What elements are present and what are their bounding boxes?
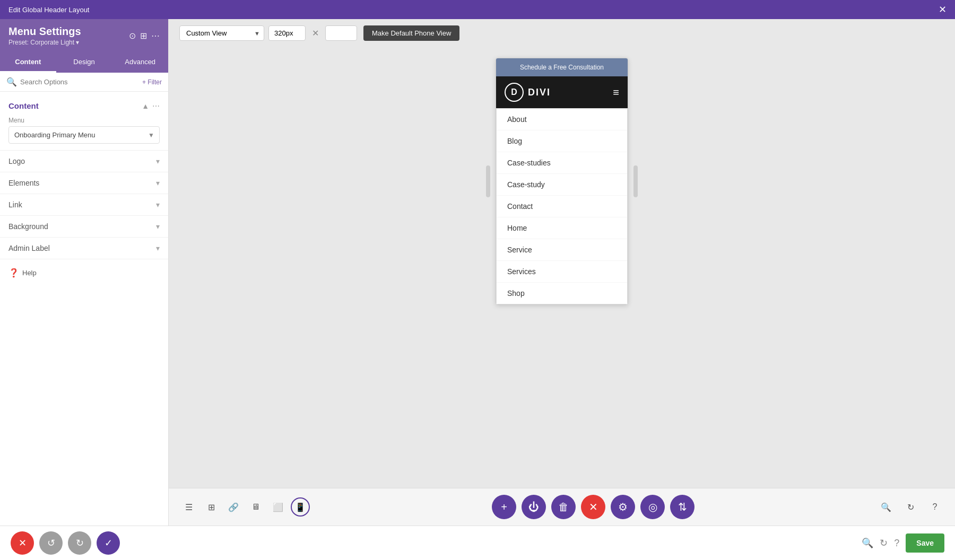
- window-title: Edit Global Header Layout: [8, 6, 89, 14]
- view-select-wrap: Custom View Desktop View Tablet View Pho…: [179, 25, 264, 41]
- menu-item-blog[interactable]: Blog: [497, 130, 627, 152]
- power-button[interactable]: ⏻: [522, 495, 546, 519]
- accordion-logo-label: Logo: [8, 157, 25, 165]
- menu-field: Menu Onboarding Primary Menu ▼: [0, 113, 168, 150]
- clear-size-button[interactable]: ✕: [310, 26, 321, 40]
- phone-frame: Schedule a Free Consultation D DIVI ≡: [496, 58, 628, 305]
- action-search-icon[interactable]: 🔍: [862, 537, 873, 549]
- content-section-header: Content ▲ ⋯: [0, 96, 168, 113]
- help-section[interactable]: ❓ Help: [0, 259, 168, 286]
- sidebar-search-bar: 🔍 + Filter: [0, 73, 168, 92]
- cancel-button[interactable]: ✕: [11, 531, 34, 555]
- search-bottom-button[interactable]: 🔍: [876, 497, 896, 517]
- preview-canvas: Schedule a Free Consultation D DIVI ≡: [169, 47, 955, 488]
- extra-input[interactable]: [325, 25, 357, 41]
- make-default-button[interactable]: Make Default Phone View: [363, 25, 459, 41]
- menu-item-service[interactable]: Service: [497, 239, 627, 261]
- accordion-background[interactable]: Background ▾: [0, 215, 168, 237]
- chevron-down-icon: ▾: [156, 244, 160, 252]
- action-help-icon[interactable]: ?: [894, 538, 899, 549]
- menu-label: Menu: [8, 117, 160, 124]
- adjust-button[interactable]: ⇅: [670, 495, 694, 519]
- action-refresh-icon[interactable]: ↻: [880, 537, 888, 549]
- sidebar-header: Menu Settings Preset: Corporate Light ▾ …: [0, 19, 168, 52]
- settings-button[interactable]: ⚙: [611, 495, 635, 519]
- dots-icon[interactable]: ⋯: [152, 102, 160, 110]
- chevron-down-icon: ▾: [156, 179, 160, 187]
- help-icon: ❓: [8, 268, 19, 278]
- circle-button[interactable]: ◎: [640, 495, 665, 519]
- header-bar: D DIVI ≡: [496, 76, 628, 108]
- more-icon[interactable]: ⋯: [151, 31, 160, 41]
- accordion-link[interactable]: Link ▾: [0, 194, 168, 215]
- menu-select[interactable]: Onboarding Primary Menu: [8, 126, 160, 144]
- chevron-down-icon: ▾: [156, 200, 160, 209]
- sidebar-preset[interactable]: Preset: Corporate Light ▾: [8, 39, 81, 46]
- list-view-button[interactable]: ☰: [179, 497, 198, 517]
- close-button[interactable]: ✕: [939, 4, 947, 15]
- refresh-button[interactable]: ↻: [901, 497, 920, 517]
- phone-view-button[interactable]: 📱: [291, 497, 310, 517]
- hamburger-icon[interactable]: ≡: [613, 86, 619, 99]
- check-button[interactable]: ✓: [97, 531, 120, 555]
- dropdown-menu: About Blog Case-studies Case-study Conta…: [496, 108, 628, 304]
- bottom-action-bar: ✕ ↺ ↻ ✓ 🔍 ↻ ? Save: [0, 526, 955, 560]
- logo-icon: D: [505, 83, 524, 102]
- menu-item-shop[interactable]: Shop: [497, 283, 627, 304]
- menu-item-services[interactable]: Services: [497, 261, 627, 283]
- menu-item-home[interactable]: Home: [497, 217, 627, 239]
- search-input[interactable]: [20, 78, 139, 86]
- columns-icon[interactable]: ⊞: [140, 31, 147, 41]
- help-bottom-button[interactable]: ?: [925, 497, 944, 517]
- action-right-icons: 🔍 ↻ ? Save: [862, 533, 944, 553]
- filter-button[interactable]: + Filter: [142, 78, 162, 86]
- content-section-title: Content: [8, 101, 39, 110]
- chevron-down-icon: ▾: [156, 222, 160, 231]
- size-input[interactable]: [268, 25, 306, 41]
- action-left-buttons: ✕ ↺ ↻ ✓: [11, 531, 120, 555]
- grid-view-button[interactable]: ⊞: [202, 497, 221, 517]
- search-icon: 🔍: [6, 77, 17, 87]
- bottom-center-tools: + ⏻ 🗑 ✕ ⚙ ◎ ⇅: [492, 495, 694, 519]
- menu-item-about[interactable]: About: [497, 109, 627, 130]
- save-button[interactable]: Save: [906, 533, 944, 553]
- menu-select-wrap: Onboarding Primary Menu ▼: [8, 126, 160, 144]
- accordion-logo[interactable]: Logo ▾: [0, 150, 168, 172]
- trash-button[interactable]: 🗑: [551, 495, 576, 519]
- menu-item-case-study[interactable]: Case-study: [497, 174, 627, 196]
- accordion-elements[interactable]: Elements ▾: [0, 172, 168, 194]
- chevron-down-icon: ▾: [156, 157, 160, 165]
- bottom-right-tools: 🔍 ↻ ?: [876, 497, 944, 517]
- drag-handle-right[interactable]: [633, 165, 638, 197]
- logo-letter: D: [511, 88, 517, 97]
- tab-advanced[interactable]: Advanced: [112, 52, 168, 73]
- accordion-link-label: Link: [8, 200, 22, 209]
- undo-button[interactable]: ↺: [39, 531, 63, 555]
- preview-area: Custom View Desktop View Tablet View Pho…: [169, 19, 955, 526]
- accordion-elements-label: Elements: [8, 179, 39, 187]
- tablet-view-button[interactable]: ⬜: [268, 497, 288, 517]
- bottom-toolbar: ☰ ⊞ 🔗 🖥 ⬜ 📱 + ⏻ 🗑 ✕ ⚙ ◎ ⇅ 🔍 ↻ ?: [169, 488, 955, 526]
- collapse-icon[interactable]: ▲: [142, 102, 149, 110]
- sidebar: Menu Settings Preset: Corporate Light ▾ …: [0, 19, 169, 526]
- close-center-button[interactable]: ✕: [581, 495, 605, 519]
- menu-item-contact[interactable]: Contact: [497, 196, 627, 217]
- tab-content[interactable]: Content: [0, 52, 56, 73]
- accordion-admin-label[interactable]: Admin Label ▾: [0, 237, 168, 259]
- drag-handle-left[interactable]: [486, 165, 490, 197]
- eye-icon[interactable]: ⊙: [129, 31, 136, 41]
- bottom-left-tools: ☰ ⊞ 🔗 🖥 ⬜ 📱: [179, 497, 310, 517]
- tab-design[interactable]: Design: [56, 52, 112, 73]
- preview-toolbar: Custom View Desktop View Tablet View Pho…: [169, 19, 955, 47]
- logo-text: DIVI: [528, 87, 551, 98]
- menu-item-case-studies[interactable]: Case-studies: [497, 152, 627, 174]
- help-label: Help: [22, 269, 37, 277]
- top-bar: Edit Global Header Layout ✕: [0, 0, 955, 19]
- view-select[interactable]: Custom View Desktop View Tablet View Pho…: [179, 25, 264, 41]
- redo-button[interactable]: ↻: [68, 531, 91, 555]
- link-button[interactable]: 🔗: [224, 497, 243, 517]
- add-button[interactable]: +: [492, 495, 516, 519]
- accordion-admin-label-label: Admin Label: [8, 244, 50, 252]
- sidebar-content: Content ▲ ⋯ Menu Onboarding Primary Menu…: [0, 92, 168, 526]
- desktop-view-button[interactable]: 🖥: [246, 497, 265, 517]
